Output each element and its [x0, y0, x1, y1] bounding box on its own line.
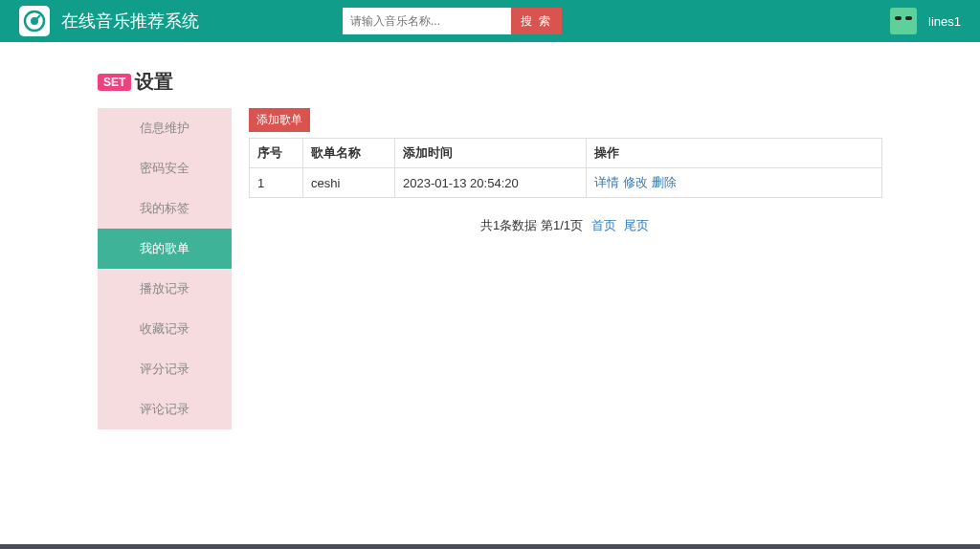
- app-title: 在线音乐推荐系统: [61, 10, 199, 33]
- pager-link-1[interactable]: 尾页: [624, 218, 649, 232]
- pager-link-0[interactable]: 首页: [591, 218, 616, 232]
- username-label: lines1: [928, 14, 961, 29]
- sidebar-item-0[interactable]: 信息维护: [98, 108, 232, 148]
- sidebar-item-2[interactable]: 我的标签: [98, 188, 232, 229]
- cell-ops: 详情修改删除: [587, 168, 882, 198]
- settings-sidebar: 信息维护密码安全我的标签我的歌单播放记录收藏记录评分记录评论记录: [98, 108, 232, 429]
- content-area: 添加歌单 序号歌单名称添加时间操作 1ceshi2023-01-13 20:54…: [249, 108, 882, 234]
- add-playlist-button[interactable]: 添加歌单: [249, 108, 310, 132]
- sidebar-item-5[interactable]: 收藏记录: [98, 309, 232, 349]
- set-badge: SET: [98, 74, 131, 91]
- page-heading: SET 设置: [98, 42, 882, 95]
- cell-name: ceshi: [303, 168, 395, 198]
- sidebar-item-1[interactable]: 密码安全: [98, 148, 232, 188]
- footer: 网易云音乐音悦台咪咕音乐千千静听酷狗音乐QQ音乐酷我音乐百度音乐虾米音乐 ©20…: [0, 544, 980, 549]
- cell-time: 2023-01-13 20:54:20: [395, 168, 587, 198]
- top-header: 在线音乐推荐系统 搜 索 lines1: [0, 0, 980, 42]
- op-link-0[interactable]: 详情: [594, 175, 619, 189]
- playlist-table: 序号歌单名称添加时间操作 1ceshi2023-01-13 20:54:20详情…: [249, 138, 882, 198]
- op-link-1[interactable]: 修改: [623, 175, 648, 189]
- search-input[interactable]: [343, 8, 511, 34]
- search-button[interactable]: 搜 索: [511, 8, 562, 34]
- avatar-icon: [890, 8, 917, 34]
- col-header-0: 序号: [250, 139, 303, 168]
- col-header-3: 操作: [587, 139, 882, 168]
- sidebar-item-6[interactable]: 评分记录: [98, 349, 232, 389]
- col-header-1: 歌单名称: [303, 139, 395, 168]
- col-header-2: 添加时间: [395, 139, 587, 168]
- sidebar-item-4[interactable]: 播放记录: [98, 269, 232, 309]
- logo-icon: [19, 6, 50, 36]
- op-link-2[interactable]: 删除: [652, 175, 677, 189]
- sidebar-item-7[interactable]: 评论记录: [98, 389, 232, 429]
- cell-index: 1: [250, 168, 303, 198]
- pager-info: 共1条数据 第1/1页: [480, 218, 583, 232]
- page-title: 设置: [135, 71, 173, 92]
- user-area[interactable]: lines1: [890, 8, 961, 34]
- table-row: 1ceshi2023-01-13 20:54:20详情修改删除: [250, 168, 882, 198]
- logo-area: 在线音乐推荐系统: [19, 6, 199, 36]
- pagination: 共1条数据 第1/1页 首页 尾页: [249, 217, 882, 234]
- search-area: 搜 索: [343, 8, 562, 34]
- sidebar-item-3[interactable]: 我的歌单: [98, 229, 232, 269]
